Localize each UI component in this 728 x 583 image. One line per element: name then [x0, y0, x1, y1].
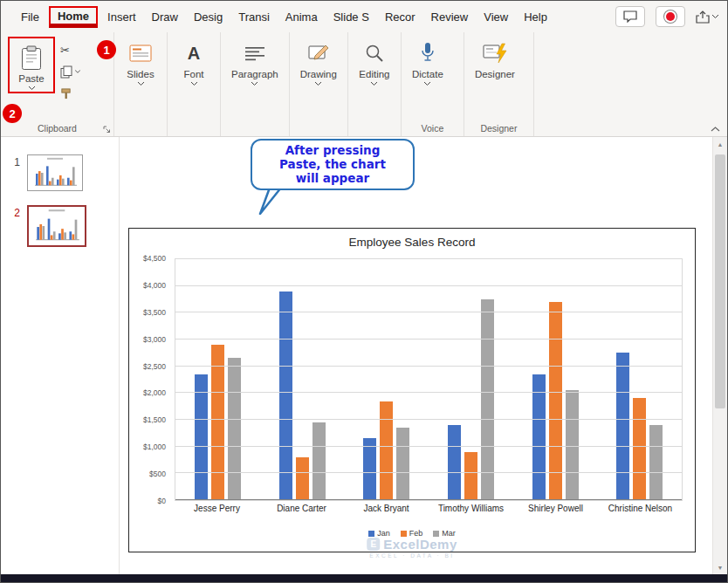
callout-bubble[interactable]: After pressing Paste, the chart will app…	[251, 139, 415, 190]
callout-line-3: will appear	[258, 171, 408, 185]
bar-jan	[616, 353, 629, 500]
y-axis-label: $0	[158, 497, 166, 505]
bar-feb	[380, 401, 393, 500]
slide-thumbnail-2[interactable]: 2	[10, 205, 119, 247]
scroll-down-button[interactable]: ▼	[713, 560, 727, 574]
drawing-label: Drawing	[300, 69, 337, 79]
slides-button[interactable]: Slides	[118, 34, 163, 87]
watermark-brand: ExcelDemy	[383, 537, 457, 552]
bar-mar	[312, 422, 326, 500]
chevron-down-icon	[371, 82, 377, 86]
clipboard-group-label: Clipboard	[1, 123, 113, 134]
tab-draw[interactable]: Draw	[144, 5, 186, 29]
gridline	[175, 339, 682, 340]
bar-group	[260, 259, 345, 500]
font-icon: A	[188, 40, 200, 66]
drawing-button[interactable]: Drawing	[293, 34, 344, 87]
tab-slideshow[interactable]: Slide S	[326, 5, 377, 29]
y-axis-label: $4,000	[143, 281, 166, 290]
scrollbar-track[interactable]	[713, 151, 727, 560]
thumbnail-chart	[29, 207, 85, 245]
tab-insert[interactable]: Insert	[100, 5, 144, 29]
annotation-step-1: 1	[97, 40, 116, 59]
y-axis-label: $3,000	[143, 335, 166, 344]
record-button[interactable]	[656, 6, 685, 27]
format-painter-icon	[60, 88, 72, 99]
bar-feb	[464, 452, 477, 500]
slide-1-thumbnail[interactable]	[27, 154, 83, 191]
bar-feb	[296, 457, 309, 500]
scissors-icon: ✂	[60, 44, 70, 57]
tab-view[interactable]: View	[476, 5, 516, 29]
vertical-scrollbar[interactable]: ▲ ▼	[712, 137, 727, 574]
gridline	[175, 446, 682, 447]
gridline	[175, 258, 682, 259]
slide-thumbnail-1[interactable]: 1	[10, 154, 119, 191]
sales-chart[interactable]: Employee Sales Record $0$500$1,000$1,500…	[128, 228, 696, 552]
cut-button[interactable]: ✂	[60, 43, 80, 57]
gridline	[175, 312, 682, 312]
workspace: 1 2 After pressing Paste, the chart will…	[1, 137, 727, 574]
callout-line-1: After pressing	[258, 143, 408, 157]
editing-label: Editing	[359, 69, 389, 79]
font-button[interactable]: A Font	[171, 34, 216, 87]
gridline	[175, 419, 682, 420]
clipboard-dialog-launcher-icon[interactable]	[103, 126, 111, 134]
bar-feb	[633, 398, 646, 500]
bar-mar	[228, 358, 241, 500]
x-axis-label: Shirley Powell	[513, 504, 598, 513]
tab-animations[interactable]: Anima	[278, 5, 326, 29]
paragraph-button[interactable]: Paragraph	[224, 34, 285, 87]
scrollbar-thumb[interactable]	[715, 154, 725, 408]
scroll-up-button[interactable]: ▲	[713, 137, 727, 151]
x-axis-label: Timothy Williams	[429, 504, 513, 513]
drawing-group: Drawing	[290, 32, 348, 136]
exceldemy-logo: E	[367, 538, 380, 551]
tab-file[interactable]: File	[13, 5, 47, 29]
bar-group	[175, 259, 260, 500]
dictate-button[interactable]: Dictate	[405, 34, 450, 87]
y-axis-label: $500	[149, 470, 166, 478]
x-axis: Jesse PerryDiane CarterJack BryantTimoth…	[175, 504, 683, 513]
slide-editing-area: After pressing Paste, the chart will app…	[120, 137, 712, 574]
copy-button[interactable]	[60, 65, 80, 79]
share-icon	[696, 10, 710, 24]
comments-button[interactable]	[615, 6, 645, 27]
slide-2-thumbnail[interactable]	[27, 205, 86, 247]
legend-item: Jan	[368, 529, 390, 538]
chevron-down-icon	[424, 82, 430, 86]
tab-home[interactable]: Home	[49, 6, 98, 28]
annotation-step-2: 2	[3, 104, 22, 123]
designer-button[interactable]: Designer	[468, 34, 522, 81]
y-axis-label: $1,500	[143, 415, 166, 424]
bar-group	[597, 259, 682, 500]
editing-button[interactable]: Editing	[352, 34, 397, 87]
share-button[interactable]	[696, 10, 718, 24]
menubar-right-icons	[615, 6, 727, 27]
x-axis-label: Jesse Perry	[175, 504, 259, 513]
paste-annotation-box: Paste	[8, 37, 55, 93]
bar-mar	[481, 299, 494, 500]
tab-review[interactable]: Review	[423, 5, 477, 29]
chevron-down-icon	[712, 15, 718, 18]
tab-design[interactable]: Desig	[186, 5, 230, 29]
paste-button[interactable]: Paste	[10, 38, 53, 92]
callout-tail	[258, 187, 282, 215]
chevron-down-icon	[29, 86, 35, 90]
bottom-edge-bar	[1, 574, 727, 583]
tab-record[interactable]: Recor	[377, 5, 423, 29]
bars-wrap	[175, 259, 682, 500]
clipboard-small-buttons: ✂	[55, 34, 86, 100]
tab-help[interactable]: Help	[516, 5, 555, 29]
chart-legend: JanFebMar	[129, 529, 695, 538]
magnifier-icon	[365, 40, 384, 66]
format-painter-button[interactable]	[60, 86, 80, 100]
font-group: A Font	[168, 32, 221, 136]
designer-group-label: Designer	[464, 123, 533, 134]
chevron-down-icon	[251, 82, 258, 86]
gridline	[175, 499, 682, 500]
plot-area	[175, 258, 683, 501]
collapse-ribbon-button[interactable]	[711, 127, 720, 132]
y-axis-label: $3,500	[143, 308, 166, 317]
tab-transitions[interactable]: Transi	[230, 5, 278, 29]
